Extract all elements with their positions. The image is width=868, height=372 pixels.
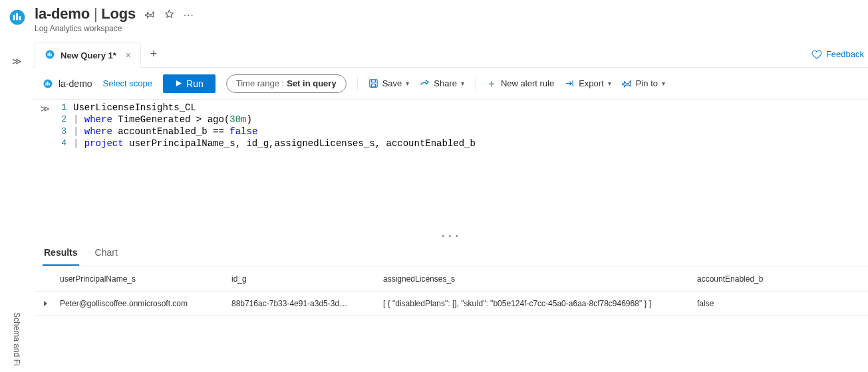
chevron-down-icon: ▾ [662,80,665,87]
svg-rect-2 [16,13,18,21]
svg-rect-6 [49,52,51,56]
code-line[interactable]: | where accountEnabled_b == false [73,126,257,138]
scope-workspace[interactable]: la-demo [43,78,92,89]
query-editor[interactable]: 1UserLicenseInsights_CL2| where TimeGene… [57,100,868,232]
feedback-label: Feedback [826,49,864,59]
scope-workspace-label: la-demo [59,78,92,89]
pin-to-button[interactable]: Pin to ▾ [622,78,665,88]
workspace-title: la-demo [35,5,90,22]
subtitle: Log Analytics workspace [35,24,194,33]
blade-title: Logs [101,5,136,22]
svg-rect-9 [46,82,47,86]
expand-row-icon[interactable] [36,300,55,307]
results-grid: userPrincipalName_s id_g assignedLicense… [33,266,868,316]
pin-to-label: Pin to [636,78,658,88]
save-label: Save [382,78,402,88]
svg-rect-12 [370,80,377,87]
workspace-icon [43,78,53,89]
export-icon [565,78,575,88]
line-number: 4 [57,138,73,149]
time-range-value: Set in query [287,78,336,88]
separator [475,77,476,90]
save-button[interactable]: Save ▾ [368,78,410,88]
chevron-down-icon: ▾ [461,80,464,87]
svg-rect-5 [48,53,49,56]
tab-label: New Query 1* [61,50,116,60]
share-label: Share [434,78,457,88]
workspace-icon [45,49,55,62]
table-row[interactable]: Peter@golliscoffee.onmicrosoft.com 88b71… [36,292,868,316]
workspace-icon [8,8,27,27]
line-number: 1 [57,102,73,114]
run-label: Run [186,78,204,89]
heart-icon [811,49,822,60]
feedback-button[interactable]: Feedback [811,49,868,60]
chevron-down-icon: ▾ [406,80,409,87]
new-alert-rule-label: New alert rule [501,78,554,88]
select-scope-link[interactable]: Select scope [103,78,152,88]
line-number: 3 [57,126,73,138]
code-line[interactable]: UserLicenseInsights_CL [73,102,196,114]
run-button[interactable]: Run [163,74,216,93]
new-alert-rule-button[interactable]: ＋ New alert rule [486,78,554,88]
svg-rect-10 [47,81,49,85]
close-tab-icon[interactable]: × [126,50,131,60]
play-icon [175,80,182,87]
expand-rail-icon[interactable]: ≫ [12,56,22,66]
cell-id: 88b716ac-7b33-4e91-a3d5-3d… [226,299,378,308]
col-header[interactable]: assignedLicenses_s [378,274,692,284]
share-button[interactable]: Share ▾ [420,78,464,88]
svg-rect-11 [49,83,51,86]
results-tab[interactable]: Results [43,240,79,266]
sidebar-label[interactable]: Schema and Fi [12,312,21,366]
cell-assignedlicenses: [ { "disabledPlans": [], "skuId": "b05e1… [378,299,692,308]
cell-accountenabled: false [692,299,825,308]
title-separator: | [94,5,98,22]
line-number: 2 [57,114,73,126]
chevron-down-icon: ▾ [608,80,611,87]
code-line[interactable]: | where TimeGenerated > ago(30m) [73,114,252,126]
query-tab[interactable]: New Query 1* × [35,43,141,68]
save-icon [368,78,378,88]
expand-sidebar-icon[interactable]: ≫ [33,100,57,232]
pin-icon[interactable] [145,9,155,19]
col-header[interactable]: accountEnabled_b [692,274,825,284]
new-tab-button[interactable]: + [141,47,166,61]
pin-icon [622,78,632,88]
time-range-picker[interactable]: Time range : Set in query [226,74,347,93]
export-label: Export [579,78,604,88]
code-line[interactable]: | project userPrincipalName_s, id_g,assi… [73,138,476,149]
col-header[interactable]: userPrincipalName_s [55,274,226,284]
svg-rect-7 [51,54,53,56]
more-ellipsis-icon[interactable]: ··· [184,9,194,20]
favorite-star-icon[interactable] [164,9,174,19]
svg-rect-3 [19,16,21,20]
export-button[interactable]: Export ▾ [565,78,611,88]
separator [357,77,358,90]
cell-userprincipalname: Peter@golliscoffee.onmicrosoft.com [55,299,226,308]
col-header[interactable]: id_g [226,274,378,284]
svg-rect-13 [371,84,375,87]
time-range-label: Time range : [236,78,285,88]
share-icon [420,78,430,88]
svg-rect-1 [13,15,15,21]
grid-header-row: userPrincipalName_s id_g assignedLicense… [36,266,868,292]
resize-handle[interactable]: • • • [33,232,868,240]
chart-tab[interactable]: Chart [94,240,119,266]
